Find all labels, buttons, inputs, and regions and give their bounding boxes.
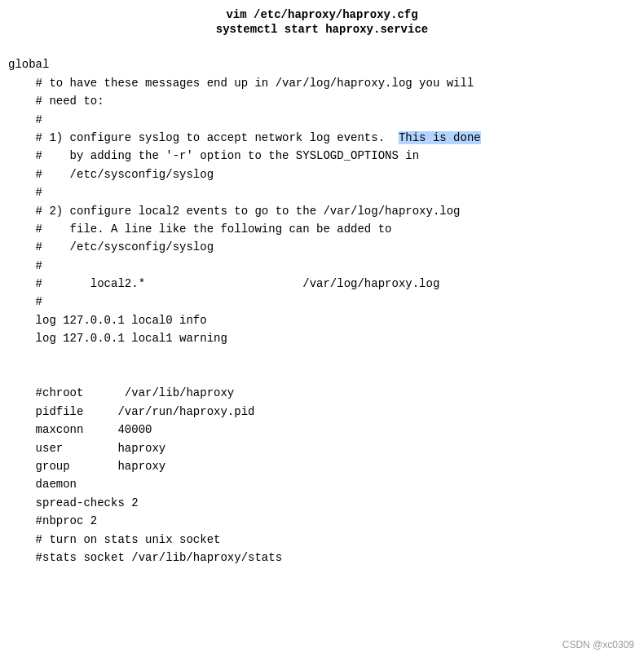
header-line2: systemctl start haproxy.service: [0, 23, 644, 36]
header-line1: vim /etc/haproxy/haproxy.cfg: [0, 8, 644, 21]
header-section: vim /etc/haproxy/haproxy.cfg systemctl s…: [0, 8, 644, 36]
code-content: global # to have these messages end up i…: [0, 37, 644, 567]
code-line-global: global # to have these messages end up i…: [8, 58, 481, 564]
highlight-this-is-done: This is done: [399, 131, 481, 144]
watermark: CSDN @xc0309: [562, 639, 634, 650]
